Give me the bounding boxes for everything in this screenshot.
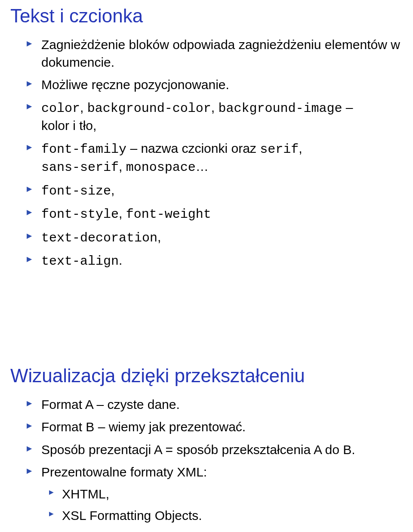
item-line2: kolor i tło, xyxy=(41,118,96,133)
list-item: XHTML, xyxy=(62,486,403,503)
code-token: monospace xyxy=(126,160,196,175)
code-token: font-weight xyxy=(126,207,211,222)
list-item: Zagnieżdżenie bloków odpowiada zagnieżdż… xyxy=(41,36,403,71)
list-item: Format B – wiemy jak prezentować. xyxy=(41,418,403,436)
sep: , xyxy=(119,206,126,220)
list-item: text-align. xyxy=(41,252,403,270)
item-text: Prezentowalne formaty XML: xyxy=(41,465,207,479)
page: Tekst i czcionka Zagnieżdżenie bloków od… xyxy=(0,0,413,532)
sep: , xyxy=(119,159,126,173)
code-token: text-align xyxy=(41,254,119,269)
code-token: serif xyxy=(260,142,299,157)
sep: , xyxy=(80,100,87,114)
list-item: Możliwe ręczne pozycjonowanie. xyxy=(41,76,403,94)
list-item: text-decoration, xyxy=(41,229,403,247)
sublist: XHTML, XSL Formatting Objects. xyxy=(41,486,403,525)
heading-1: Tekst i czcionka xyxy=(10,5,403,27)
list-item: Sposób prezentacji A = sposób przekształ… xyxy=(41,441,403,459)
list-item: font-style, font-weight xyxy=(41,205,403,223)
list-item: font-family – nazwa czcionki oraz serif,… xyxy=(41,140,403,176)
list-item: Format A – czyste dane. xyxy=(41,396,403,414)
tail: , xyxy=(111,183,114,197)
code-token: color xyxy=(41,101,80,116)
tail: , xyxy=(157,230,161,244)
code-token: font-style xyxy=(41,207,119,222)
tail: … xyxy=(196,159,209,173)
dash: – xyxy=(342,100,353,114)
list-2: Format A – czyste dane. Format B – wiemy… xyxy=(10,396,403,525)
item-text: XSL Formatting Objects. xyxy=(62,508,202,523)
list-item: XSL Formatting Objects. xyxy=(62,507,403,525)
code-token: font-size xyxy=(41,184,111,198)
code-token: font-family xyxy=(41,142,126,157)
code-token: text-decoration xyxy=(41,231,157,245)
tail: . xyxy=(119,253,122,267)
item-text: Zagnieżdżenie bloków odpowiada zagnieżdż… xyxy=(41,37,400,69)
list-item: font-size, xyxy=(41,182,403,200)
dash: – nazwa czcionki oraz xyxy=(126,141,260,155)
item-text: XHTML, xyxy=(62,487,109,501)
item-text: Możliwe ręczne pozycjonowanie. xyxy=(41,77,229,92)
sep: , xyxy=(299,141,302,155)
code-token: sans-serif xyxy=(41,160,119,175)
sep: , xyxy=(211,100,219,114)
list-1: Zagnieżdżenie bloków odpowiada zagnieżdż… xyxy=(10,36,403,270)
list-item: color, background-color, background-imag… xyxy=(41,99,403,135)
item-text: Format A – czyste dane. xyxy=(41,397,180,411)
code-token: background-color xyxy=(87,101,211,116)
list-item: Prezentowalne formaty XML: XHTML, XSL Fo… xyxy=(41,464,403,525)
code-token: background-image xyxy=(218,101,342,116)
heading-2: Wizualizacja dzięki przekształceniu xyxy=(10,365,403,387)
item-text: Sposób prezentacji A = sposób przekształ… xyxy=(41,442,355,457)
item-text: Format B – wiemy jak prezentować. xyxy=(41,420,246,434)
